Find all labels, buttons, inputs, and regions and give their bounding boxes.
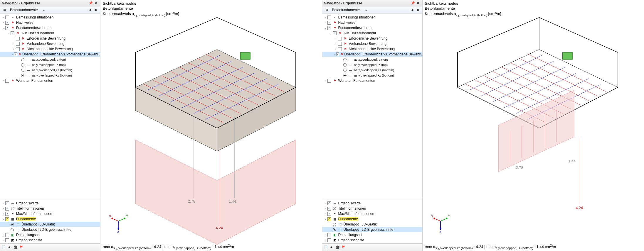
radio[interactable] [21,58,24,61]
tree-radio-r2[interactable]: — as,y,overlapped,-z (top) [0,62,100,67]
radio[interactable] [333,223,336,226]
document-button[interactable]: 📄 [323,245,329,250]
collapse-icon[interactable]: ⌄ [323,217,327,221]
radio[interactable] [343,58,347,61]
viewport-2d[interactable]: Sichtbarkeitsmodus Betonfundamente Knote… [423,0,644,251]
checkbox[interactable] [338,42,342,46]
pin-icon[interactable]: 📌 [88,1,93,6]
disp-radio-3d[interactable]: ⬚ Überlappt | 3D-Grafik [0,222,100,227]
tree-item-fundbew[interactable]: ⌄ ⚑ Fundamentbewehrung [322,25,422,30]
tree-item-erf-bew[interactable]: › ⚑ Erforderliche Bewehrung [0,36,100,41]
radio[interactable] [343,63,347,67]
view-button[interactable]: 👁 [7,245,12,250]
tree-item-werte[interactable]: › ⚑ Werte an Fundamenten [322,78,422,83]
checkbox[interactable] [5,207,9,211]
tree-item-vorh-bew[interactable]: › ⚑ Vorhandene Bewehrung [322,41,422,46]
expand-icon[interactable]: › [1,206,5,211]
radio[interactable] [21,63,24,67]
expand-icon[interactable]: › [334,47,338,51]
result-button[interactable]: 🚩 [341,245,346,250]
expand-icon[interactable]: › [1,233,5,237]
close-icon[interactable]: ✕ [416,1,421,6]
expand-icon[interactable]: › [1,15,5,19]
navigator-titlebar[interactable]: Navigator - Ergebnisse 📌 ✕ [0,0,100,6]
tree-item-bemessung[interactable]: › ≡ Bemessungssituationen [322,15,422,20]
radio[interactable] [21,69,24,72]
disp-item-maxmin[interactable]: › ± Max/Min-Informationen [0,211,100,216]
checkbox[interactable] [5,79,9,83]
disp-item-maxmin[interactable]: › ± Max/Min-Informationen [322,211,422,216]
checkbox[interactable] [327,238,331,242]
tree-radio-r3[interactable]: — as,x,overlapped,+z (bottom) [0,67,100,73]
tree-radio-r4[interactable]: — as,y,overlapped,+z (bottom) [322,73,422,78]
expand-icon[interactable]: › [1,238,5,242]
viewport-3d[interactable]: Sichtbarkeitsmodus Betonfundamente Knote… [100,0,322,251]
expand-icon[interactable]: › [323,206,327,211]
tree-item-uberlappt[interactable]: ⌄ ⚑ Überlappt | Erforderliche vs. vorhan… [322,52,422,57]
expand-icon[interactable]: › [12,42,16,46]
tree-radio-r2[interactable]: — as,y,overlapped,-z (top) [322,62,422,67]
checkbox[interactable] [327,233,331,237]
disp-item-ergsc[interactable]: › ◩ Ergebnisschnitte [0,238,100,243]
tree-item-nicht-abg[interactable]: › ⚑ Nicht abgedeckte Bewehrung [322,46,422,52]
checkbox[interactable] [16,37,20,40]
collapse-icon[interactable]: ⌄ [1,217,5,221]
tree-item-fundbew[interactable]: ⌄ ⚑ Fundamentbewehrung [0,25,100,30]
expand-icon[interactable]: › [323,15,327,19]
radio[interactable] [343,69,347,72]
checkbox[interactable] [338,37,342,40]
disp-item-darst[interactable]: › ◧ Darstellungsart [0,232,100,238]
chevron-down-icon[interactable]: ⌄ [363,7,369,13]
checkbox[interactable] [5,238,9,242]
tree-item-nachweise[interactable]: › ⚑ Nachweise [322,20,422,25]
checkbox[interactable] [5,16,9,19]
expand-icon[interactable]: › [334,42,338,46]
checkbox[interactable] [5,212,9,216]
collapse-icon[interactable]: ⌄ [329,31,333,35]
close-icon[interactable]: ✕ [94,1,98,6]
checkbox[interactable] [327,212,331,216]
expand-icon[interactable]: › [12,36,16,40]
tree-item-auf-einzel[interactable]: ⌄ ⚑ Auf Einzelfundament [322,30,422,36]
view-button[interactable]: 👁 [329,245,334,250]
checkbox[interactable] [5,201,9,205]
expand-icon[interactable]: › [323,238,327,242]
checkbox[interactable] [5,217,9,221]
checkbox[interactable] [336,52,339,56]
checkbox[interactable] [5,233,9,237]
tree-item-vorh-bew[interactable]: › ⚑ Vorhandene Bewehrung [0,41,100,46]
checkbox[interactable] [16,42,20,46]
tree-item-bemessung[interactable]: › ≡ Bemessungssituationen [0,15,100,20]
tree-item-nachweise[interactable]: › ⚑ Nachweise [0,20,100,25]
expand-icon[interactable]: › [334,36,338,40]
prev-button[interactable]: ◀ [87,7,93,13]
collapse-icon[interactable]: ⌄ [1,26,5,30]
checkbox[interactable] [327,217,331,221]
tree-item-erf-bew[interactable]: › ⚑ Erforderliche Bewehrung [322,36,422,41]
camera-button[interactable]: 🎥 [335,245,340,250]
disp-radio-3d[interactable]: ⬚ Überlappt | 3D-Grafik [322,222,422,227]
disp-item-darst[interactable]: › ◧ Darstellungsart [322,232,422,238]
pin-icon[interactable]: 📌 [411,1,415,6]
checkbox[interactable] [11,31,14,35]
checkbox[interactable] [5,21,9,25]
disp-item-titel[interactable]: › Ⓣ Titelinformationen [322,206,422,211]
expand-icon[interactable]: › [1,21,5,25]
radio[interactable] [21,74,24,77]
collapse-icon[interactable]: ⌄ [323,26,327,30]
expand-icon[interactable]: › [12,47,16,51]
expand-icon[interactable]: › [323,212,327,216]
navigator-titlebar[interactable]: Navigator - Ergebnisse 📌 ✕ [322,0,422,6]
disp-item-fund[interactable]: ⌄ ▦ Fundamente [0,216,100,222]
checkbox[interactable] [327,16,331,19]
tree-item-nicht-abg[interactable]: › ⚑ Nicht abgedeckte Bewehrung [0,46,100,52]
radio[interactable] [11,223,14,226]
radio[interactable] [343,74,347,77]
tree-radio-r1[interactable]: — as,x,overlapped,-z (top) [322,57,422,62]
expand-icon[interactable]: › [1,201,5,205]
disp-item-erg[interactable]: › ☵ Ergebniswerte [0,201,100,206]
document-button[interactable]: 📄 [1,245,6,250]
expand-icon[interactable]: › [1,79,5,83]
tree-radio-r1[interactable]: — as,x,overlapped,-z (top) [0,57,100,62]
result-button[interactable]: 🚩 [19,245,24,250]
